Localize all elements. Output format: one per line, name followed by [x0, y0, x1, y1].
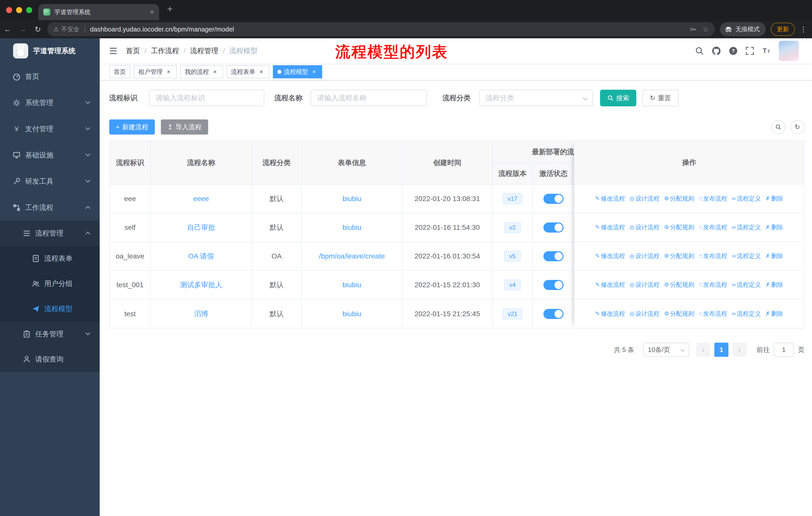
fullscreen-icon[interactable] — [745, 46, 755, 56]
process-name-link[interactable]: 滔博 — [194, 310, 208, 318]
row-action-link[interactable]: ☝ 发布流程 — [699, 194, 727, 202]
form-info-link[interactable]: biubiu — [343, 310, 361, 318]
row-action-link[interactable]: ☝ 发布流程 — [699, 223, 727, 231]
row-action-link[interactable]: ✗ 删除 — [765, 281, 783, 289]
forward-button[interactable]: → — [15, 25, 30, 33]
app-logo-row[interactable]: 芋道管理系统 — [0, 38, 100, 63]
row-action-link[interactable]: ☝ 发布流程 — [699, 281, 727, 289]
breadcrumb-item[interactable]: 流程管理 — [190, 46, 219, 56]
form-info-link[interactable]: biubiu — [343, 223, 361, 231]
goto-page-input[interactable] — [774, 343, 794, 357]
row-action-link[interactable]: ⚙ 分配规则 — [664, 223, 694, 231]
window-maximize-button[interactable] — [26, 7, 32, 13]
active-toggle[interactable] — [544, 309, 563, 319]
github-icon[interactable] — [711, 46, 721, 56]
active-toggle[interactable] — [544, 222, 563, 233]
row-action-link[interactable]: ✎ 修改流程 — [595, 281, 625, 289]
sidebar-item-workflow[interactable]: 工作流程 — [0, 194, 100, 221]
back-button[interactable]: ← — [0, 25, 15, 33]
breadcrumb-item[interactable]: 首页 — [126, 46, 140, 56]
form-info-link[interactable]: biubiu — [343, 195, 361, 202]
url-text[interactable]: dashboard.yudao.iocoder.cn/bpm/manager/m… — [90, 25, 684, 33]
tab-close-icon[interactable]: × — [150, 8, 154, 16]
row-action-link[interactable]: ∞ 流程定义 — [732, 194, 761, 202]
process-name-link[interactable]: OA 请假 — [188, 252, 214, 260]
row-action-link[interactable]: ⚙ 分配规则 — [664, 281, 694, 289]
search-button[interactable]: 搜索 — [600, 90, 636, 106]
browser-tab[interactable]: 芋道管理系统 × — [38, 4, 159, 20]
incognito-badge[interactable]: 无痕模式 — [720, 22, 766, 36]
tag-close-icon[interactable]: × — [311, 68, 318, 75]
row-action-link[interactable]: ⚙ 分配规则 — [664, 194, 694, 202]
address-bar[interactable]: ⚠ 不安全 dashboard.yudao.iocoder.cn/bpm/man… — [47, 22, 715, 36]
tag-process-model[interactable]: 流程模型 × — [273, 65, 322, 78]
row-action-link[interactable]: ◎ 设计流程 — [630, 252, 660, 260]
row-action-link[interactable]: ∞ 流程定义 — [732, 281, 761, 289]
tag-close-icon[interactable]: × — [211, 68, 219, 75]
active-toggle[interactable] — [544, 194, 563, 204]
search-toggle-button[interactable] — [771, 120, 785, 134]
row-action-link[interactable]: ✗ 删除 — [765, 194, 783, 202]
current-page-button[interactable]: 1 — [714, 343, 728, 357]
tag-home[interactable]: 首页 — [109, 65, 130, 78]
row-action-link[interactable]: ∞ 流程定义 — [732, 310, 761, 318]
row-action-link[interactable]: ◎ 设计流程 — [630, 281, 660, 289]
active-toggle[interactable] — [544, 251, 563, 261]
row-action-link[interactable]: ☝ 发布流程 — [699, 310, 727, 318]
category-select[interactable]: 流程分类 — [479, 90, 593, 106]
search-icon[interactable] — [695, 46, 704, 56]
active-toggle[interactable] — [544, 280, 563, 290]
row-action-link[interactable]: ∞ 流程定义 — [732, 223, 761, 231]
browser-menu-icon[interactable]: ⋮ — [800, 25, 807, 33]
password-key-icon[interactable] — [689, 26, 696, 33]
row-action-link[interactable]: ✎ 修改流程 — [595, 252, 625, 260]
font-size-icon[interactable]: TT — [762, 46, 772, 56]
new-tab-button[interactable]: + — [167, 3, 173, 15]
create-process-button[interactable]: + 新建流程 — [109, 119, 155, 135]
tag-close-icon[interactable]: × — [165, 68, 172, 75]
tag-tenant-management[interactable]: 租户管理 × — [134, 65, 177, 78]
window-minimize-button[interactable] — [16, 7, 22, 13]
process-name-link[interactable]: 测试多审批人 — [180, 281, 222, 289]
reset-button[interactable]: ↻ 重置 — [642, 90, 678, 106]
row-action-link[interactable]: ⚙ 分配规则 — [664, 252, 694, 260]
help-icon[interactable]: ? — [728, 46, 738, 56]
sidebar-item-process-model[interactable]: 流程模型 — [0, 296, 100, 322]
bookmark-star-icon[interactable]: ☆ — [702, 25, 709, 33]
row-action-link[interactable]: ∞ 流程定义 — [732, 252, 761, 260]
window-close-button[interactable] — [6, 7, 12, 13]
tag-my-process[interactable]: 我的流程 × — [180, 65, 223, 78]
process-name-input[interactable] — [311, 90, 427, 106]
form-info-link[interactable]: biubiu — [343, 281, 361, 289]
tag-process-form[interactable]: 流程表单 × — [227, 65, 269, 78]
sidebar-item-process-form[interactable]: 流程表单 — [0, 246, 100, 271]
form-info-link[interactable]: /bpm/oa/leave/create — [319, 252, 385, 260]
sidebar-item-payment[interactable]: ¥ 支付管理 — [0, 116, 100, 142]
page-size-select[interactable]: 10条/页 — [643, 343, 689, 357]
row-action-link[interactable]: ✗ 删除 — [765, 310, 783, 318]
row-action-link[interactable]: ✎ 修改流程 — [595, 223, 625, 231]
next-page-button[interactable]: › — [732, 343, 747, 357]
sidebar-item-user-group[interactable]: 用户分组 — [0, 271, 100, 296]
row-action-link[interactable]: ☝ 发布流程 — [699, 252, 727, 260]
sidebar-item-process-management[interactable]: 流程管理 — [0, 221, 100, 246]
row-action-link[interactable]: ◎ 设计流程 — [630, 310, 660, 318]
tag-close-icon[interactable]: × — [258, 68, 265, 75]
sidebar-item-leave-query[interactable]: 请假查询 — [0, 347, 100, 372]
import-process-button[interactable]: ↥ 导入流程 — [161, 119, 208, 135]
row-action-link[interactable]: ⚙ 分配规则 — [664, 310, 694, 318]
sidebar-toggle-icon[interactable] — [109, 46, 118, 55]
row-action-link[interactable]: ✎ 修改流程 — [595, 194, 625, 202]
sidebar-item-home[interactable]: 首页 — [0, 63, 100, 90]
sidebar-item-task-management[interactable]: 任务管理 — [0, 322, 100, 347]
row-action-link[interactable]: ◎ 设计流程 — [630, 194, 660, 202]
breadcrumb-item[interactable]: 工作流程 — [151, 46, 179, 56]
sidebar-item-system[interactable]: 系统管理 — [0, 90, 100, 116]
row-action-link[interactable]: ✗ 删除 — [765, 252, 783, 260]
refresh-button[interactable]: ↻ — [790, 120, 805, 134]
row-action-link[interactable]: ◎ 设计流程 — [630, 223, 660, 231]
process-key-input[interactable] — [149, 90, 264, 106]
sidebar-item-infrastructure[interactable]: 基础设施 — [0, 142, 100, 168]
row-action-link[interactable]: ✗ 删除 — [765, 223, 783, 231]
process-name-link[interactable]: eeee — [193, 195, 209, 202]
